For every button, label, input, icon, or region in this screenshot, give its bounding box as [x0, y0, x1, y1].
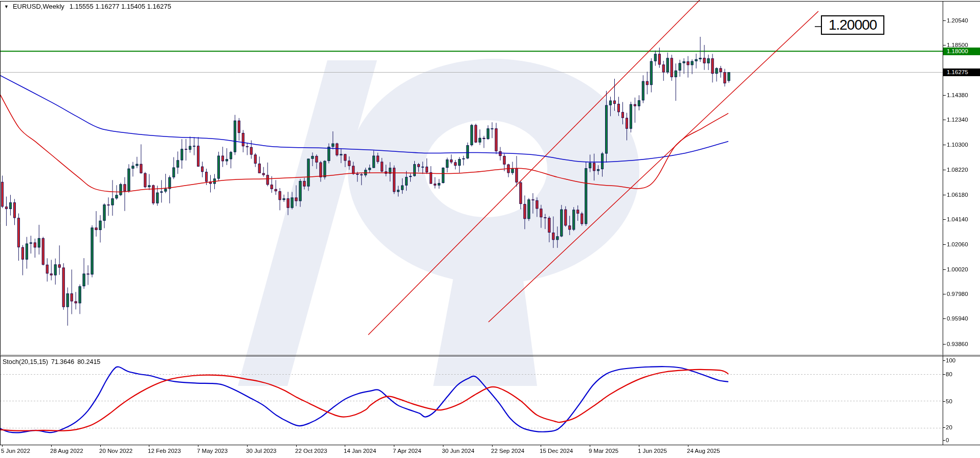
time-axis-label: 14 Jan 2024 [344, 448, 376, 454]
stoch-axis-label: 50 [946, 398, 952, 405]
price-axis-label: 0.93860 [947, 341, 968, 348]
stoch-k-value: 71.3646 [51, 358, 74, 365]
price-axis-label: 1.08220 [947, 167, 968, 173]
time-axis-label: 24 Aug 2025 [687, 448, 720, 454]
time-axis-label: 12 Feb 2023 [148, 448, 181, 454]
time-axis-label: 1 Jun 2025 [638, 448, 667, 454]
price-chart-canvas[interactable] [0, 0, 980, 458]
time-axis-label: 20 Nov 2022 [99, 448, 132, 454]
stoch-d-value: 80.2415 [77, 358, 100, 365]
collapse-triangle-icon[interactable]: ▼ [4, 4, 9, 9]
time-axis[interactable] [0, 445, 980, 458]
time-axis-label: 9 Mar 2025 [589, 448, 618, 454]
price-axis-label: 1.12340 [947, 117, 968, 123]
time-axis-label: 30 Jul 2023 [246, 448, 276, 454]
symbol-period-label: EURUSD,Weekly [13, 3, 64, 10]
time-axis-label: 7 Apr 2024 [393, 448, 421, 454]
stoch-axis-label: 0 [946, 437, 949, 444]
current-price-badge: 1.16275 [943, 68, 980, 76]
price-axis-label: 1.18500 [947, 42, 968, 49]
price-axis-label: 0.97980 [947, 291, 968, 297]
stoch-axis-label: 20 [946, 424, 952, 431]
ohlc-quote-line: 1.15555 1.16277 1.15405 1.16275 [70, 3, 171, 10]
price-axis-label: 1.20540 [947, 17, 968, 24]
stoch-axis-label: 80 [946, 371, 952, 378]
time-axis-label: 15 Dec 2024 [540, 448, 573, 454]
price-axis-label: 1.10300 [947, 142, 968, 148]
time-axis-label: 30 Jun 2024 [442, 448, 474, 454]
time-axis-label: 7 May 2023 [197, 448, 228, 454]
time-axis-label: 22 Sep 2024 [491, 448, 524, 454]
stochastic-indicator-label: Stoch(20,15,15)71.364680.2415 [3, 358, 100, 365]
time-axis-label: 22 Oct 2023 [295, 448, 327, 454]
chart-title: ▼EURUSD,Weekly1.15555 1.16277 1.15405 1.… [4, 3, 171, 10]
stoch-name: Stoch(20,15,15) [3, 358, 48, 365]
price-axis-label: 1.06180 [947, 192, 968, 198]
price-axis-label: 1.02060 [947, 241, 968, 248]
time-axis-label: 5 Jun 2022 [1, 448, 30, 454]
price-axis-label: 1.14380 [947, 92, 968, 99]
chart-window: { "window": { "collapse_icon": "▼", "tit… [0, 0, 980, 458]
price-axis-label: 0.95940 [947, 315, 968, 322]
price-axis-label: 1.00020 [947, 266, 968, 273]
price-target-label-box[interactable]: 1.20000 [821, 15, 884, 35]
price-axis-label: 1.04140 [947, 216, 968, 223]
stoch-axis-label: 100 [946, 357, 955, 364]
price-level-badge-118000: 1.18000 [943, 48, 980, 55]
time-axis-label: 28 Aug 2022 [50, 448, 83, 454]
